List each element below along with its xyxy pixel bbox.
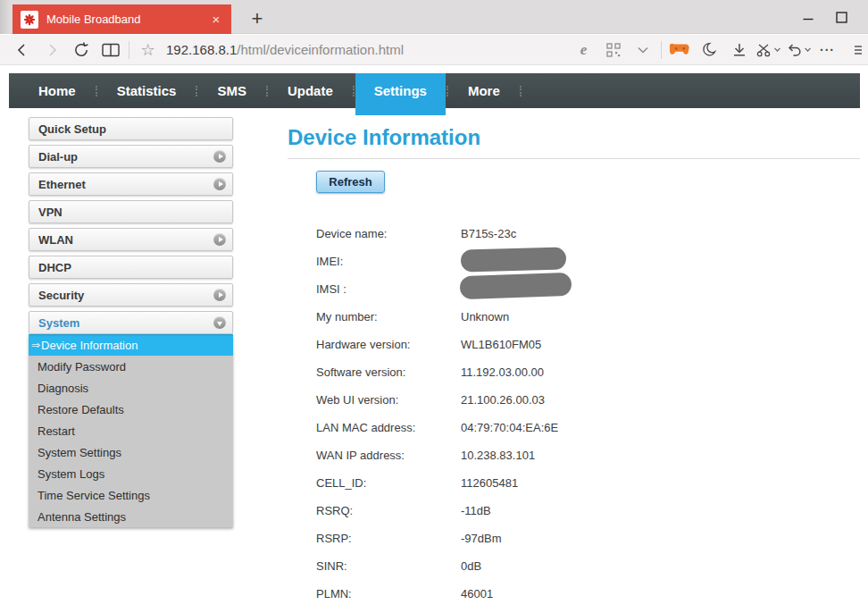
submenu-item[interactable]: ⇒ Antenna Settings xyxy=(29,506,233,527)
submenu-item[interactable]: ⇒ Device Information xyxy=(29,334,233,356)
page-title: Device Information xyxy=(288,125,480,150)
caret-down-icon xyxy=(805,47,811,52)
nav-item[interactable]: Statistics xyxy=(98,73,196,108)
nav-separator xyxy=(196,86,197,97)
sidebar-section-button[interactable]: DHCP xyxy=(29,256,233,279)
sidebar-section-button[interactable]: Security xyxy=(29,283,233,306)
info-value xyxy=(461,278,572,301)
submenu-item-label: Antenna Settings xyxy=(38,510,126,524)
sidebar-section-label: DHCP xyxy=(38,261,71,274)
info-label: Web UI version: xyxy=(316,393,461,407)
expand-arrow-icon xyxy=(213,178,226,190)
address-divider xyxy=(661,41,662,59)
internet-explorer-icon[interactable]: e xyxy=(569,38,598,63)
gamepad-icon[interactable] xyxy=(665,38,695,63)
submenu-item[interactable]: ⇒ Time Service Settings xyxy=(29,484,233,506)
dark-mode-moon-icon[interactable] xyxy=(695,38,724,63)
device-info-row: Device name: B715s-23c xyxy=(316,220,572,248)
maximize-button[interactable] xyxy=(831,7,851,27)
browser-tab[interactable]: Mobile Broadband × xyxy=(13,4,231,34)
chevron-down-icon[interactable] xyxy=(628,38,657,63)
nav-item-label: Home xyxy=(38,83,76,98)
nav-separator xyxy=(520,86,522,97)
submenu-item[interactable]: ⇒ Diagnosis xyxy=(29,377,233,399)
qr-code-icon[interactable] xyxy=(598,38,628,63)
submenu-item-label: System Logs xyxy=(38,467,104,481)
submenu-item-label: Modify Password xyxy=(38,360,126,374)
info-value: -97dBm xyxy=(461,532,502,545)
device-info-row: PLMN: 46001 xyxy=(316,580,572,608)
url-text[interactable]: 192.168.8.1/html/deviceinformation.html xyxy=(166,42,404,57)
info-value: 11.192.03.00.00 xyxy=(461,365,544,379)
sidebar-section-button[interactable]: VPN xyxy=(29,200,233,223)
info-value: 112605481 xyxy=(461,476,518,490)
submenu-item[interactable]: ⇒ Restore Defaults xyxy=(29,399,233,420)
reading-view-icon[interactable] xyxy=(96,38,125,63)
info-value: B715s-23c xyxy=(461,227,516,240)
window-edge xyxy=(0,0,10,34)
more-options-icon[interactable]: ··· xyxy=(813,38,842,63)
submenu-item-label: Restore Defaults xyxy=(38,403,124,416)
new-tab-button[interactable]: + xyxy=(243,4,271,34)
device-info-row: RSRP: -97dBm xyxy=(316,525,572,552)
info-value: 46001 xyxy=(461,587,493,600)
sidebar-section-label: System xyxy=(38,316,79,330)
info-label: LAN MAC address: xyxy=(316,421,461,434)
submenu-item[interactable]: ⇒ System Logs xyxy=(29,463,233,484)
info-value: Unknown xyxy=(461,310,509,323)
refresh-button[interactable]: Refresh xyxy=(316,171,385,193)
submenu-item[interactable]: ⇒ Restart xyxy=(29,420,233,441)
back-icon[interactable] xyxy=(7,38,37,63)
sidebar-section-button[interactable]: Dial-up xyxy=(29,145,233,168)
sidebar-section-button[interactable]: System xyxy=(29,311,233,334)
minimize-button[interactable] xyxy=(798,7,818,27)
info-value: WL1B610FM05 xyxy=(461,338,541,351)
info-value: 21.100.26.00.03 xyxy=(461,393,545,407)
nav-item[interactable]: SMS xyxy=(198,73,265,108)
refresh-page-icon[interactable] xyxy=(66,38,96,63)
tab-close-icon[interactable]: × xyxy=(206,10,226,29)
favorite-star-icon[interactable]: ☆ xyxy=(133,38,163,63)
device-info-row: LAN MAC address: 04:79:70:04:EA:6E xyxy=(316,414,572,441)
info-label: Software version: xyxy=(316,365,461,379)
sidebar-section-label: VPN xyxy=(38,206,63,219)
expand-arrow-icon xyxy=(213,233,226,246)
sidebar-section-label: Dial-up xyxy=(38,150,78,164)
nav-item[interactable]: More xyxy=(449,73,519,108)
device-info-row: IMEI: xyxy=(316,248,572,275)
url-host: 192.168.8.1 xyxy=(166,42,237,57)
nav-separator xyxy=(353,86,355,97)
sidebar-section-button[interactable]: Quick Setup xyxy=(29,117,233,140)
info-label: WAN IP address: xyxy=(316,449,461,462)
settings-sidebar: Quick Setup Dial-up Ethernet VPN xyxy=(29,117,233,527)
submenu-item[interactable]: ⇒ System Settings xyxy=(29,441,233,463)
sidebar-section-label: Quick Setup xyxy=(38,122,106,136)
system-submenu: ⇒ Device Information ⇒ Modify Password ⇒… xyxy=(29,334,233,527)
info-value xyxy=(461,250,566,273)
info-value: 04:79:70:04:EA:6E xyxy=(461,421,558,434)
nav-item[interactable]: Home xyxy=(20,73,95,108)
expand-arrow-icon xyxy=(213,289,226,301)
download-icon[interactable] xyxy=(724,38,754,63)
clipped-menu-icon[interactable] xyxy=(842,38,868,63)
forward-icon xyxy=(37,38,66,63)
nav-separator xyxy=(447,86,448,97)
web-clip-scissors-icon[interactable] xyxy=(754,38,783,63)
nav-item-label: Settings xyxy=(374,83,427,98)
device-info-row: Hardware version: WL1B610FM05 xyxy=(316,331,572,358)
address-bar: ☆ 192.168.8.1/html/deviceinformation.htm… xyxy=(0,35,868,65)
undo-icon[interactable] xyxy=(783,38,813,63)
sidebar-section-label: Ethernet xyxy=(38,178,86,191)
info-label: IMEI: xyxy=(316,255,461,268)
submenu-item[interactable]: ⇒ Modify Password xyxy=(29,356,233,377)
nav-item[interactable]: Settings xyxy=(355,73,446,115)
title-divider xyxy=(288,158,860,159)
expand-arrow-icon xyxy=(213,316,226,329)
sidebar-section-button[interactable]: Ethernet xyxy=(29,172,233,196)
browser-window: Mobile Broadband × + ☆ 192.168.8.1/html/… xyxy=(0,0,868,613)
nav-item[interactable]: Update xyxy=(269,73,352,108)
info-label: SINR: xyxy=(316,559,461,573)
sidebar-section-button[interactable]: WLAN xyxy=(29,228,233,251)
nav-separator xyxy=(266,86,268,97)
info-value: -11dB xyxy=(461,504,491,517)
